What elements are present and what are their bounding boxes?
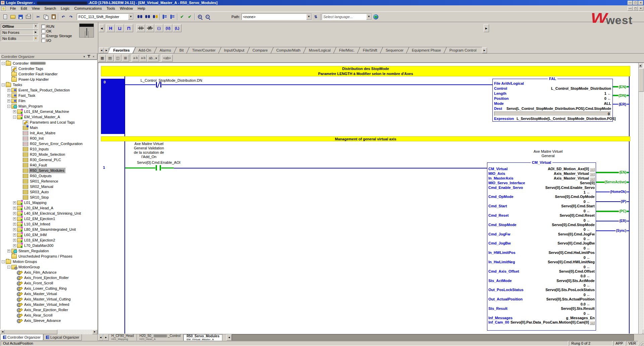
aoi-parameter-value[interactable]: 0.0 ← [487, 274, 596, 278]
tree-expander[interactable]: + [13, 207, 16, 210]
tree-item[interactable]: R60_Outputs [0, 173, 97, 179]
tree-item[interactable]: + L60_EM_IHM [0, 232, 97, 237]
verify-routine-button[interactable]: ✔ [186, 13, 194, 20]
menu-item[interactable]: Tools [104, 6, 117, 11]
child-restore-button[interactable]: □ [633, 6, 638, 11]
tree-expander[interactable]: + [13, 239, 16, 242]
ladder-horizontal-scrollbar[interactable] [232, 334, 634, 341]
tree-item[interactable]: Axis_Master_Virtual_Cutting [0, 296, 97, 302]
aoi-parameter-value[interactable]: 0.0 ← [487, 302, 596, 306]
toggle-operand-display-button[interactable]: <ab> [161, 55, 173, 62]
scrollbar-thumb[interactable] [5, 330, 57, 334]
print-button[interactable] [24, 13, 32, 20]
aoi-parameter-operand[interactable]: Servo[0].Cmd.JogBw [557, 241, 595, 246]
rung1-comment-band[interactable]: Management of general virtual axis [101, 136, 630, 141]
instruction-tab[interactable]: Move/Logical [303, 47, 336, 53]
organizer-pin-icon[interactable] [87, 55, 91, 59]
open-file-button[interactable] [9, 13, 17, 20]
combo-dropdown-icon[interactable]: ▼ [306, 14, 312, 20]
cut-button[interactable]: ✂ [34, 13, 42, 20]
aoi-parameter-operand[interactable]: Servo[0].Cmd.Offset [559, 269, 595, 274]
tree-item[interactable]: + L02_EM_Ejection1 [0, 216, 97, 221]
description-options-dropdown[interactable]: ab...▾ [147, 55, 159, 62]
browse-button[interactable]: ... [590, 168, 595, 171]
aoi-parameter-value[interactable]: 0 ← [487, 246, 596, 251]
controller-organizer-toggle-button[interactable] [161, 13, 169, 20]
menu-item[interactable]: File [8, 6, 18, 11]
aoi-parameter-operand[interactable]: Servo[0].Cmd.Reset [559, 213, 595, 218]
tree-item[interactable]: - Main_Program [0, 103, 97, 109]
tree-item[interactable]: R00_Init [0, 136, 97, 141]
aoi-parameter-value[interactable]: 1 ← [487, 190, 596, 195]
browse-button[interactable]: ... [590, 321, 595, 325]
restore-button[interactable]: □ [633, 1, 638, 5]
instruction-tab[interactable]: File/Shift [357, 47, 383, 53]
aoi-status-coil[interactable]: ServoActive [596, 177, 629, 187]
instruction-tab[interactable]: Input/Output [218, 47, 250, 53]
save-button[interactable] [17, 13, 24, 20]
aoi-status-coil[interactable]: Sync [596, 226, 629, 235]
aoi-parameter-value[interactable]: 0 ← [487, 218, 596, 223]
tree-item[interactable]: Unscheduled Programs / Phases [0, 254, 97, 259]
toggle-comment-display-button[interactable]: ▤ [106, 55, 114, 62]
toggle-description-b-button[interactable]: a-b [140, 55, 147, 62]
aoi-status-coil[interactable]: ER [596, 216, 629, 226]
mdi-scroll-right-button[interactable]: ► [103, 334, 109, 341]
rung1-xic-contact[interactable] [155, 165, 161, 170]
tree-item[interactable]: R40_Fault [0, 162, 97, 168]
otu-coil-button[interactable]: (U) [164, 24, 172, 32]
find-next-button[interactable] [144, 13, 151, 20]
tree-item[interactable]: Main [0, 125, 97, 130]
tree-item[interactable]: + L70_DataMan300 [0, 243, 97, 248]
combo-dropdown-icon[interactable]: ▼ [366, 14, 372, 20]
menu-item[interactable]: Communications [72, 6, 104, 11]
tree-item[interactable]: Init_Axe_Maitre [0, 130, 97, 136]
aoi-parameter-value[interactable]: 0 ← [487, 292, 596, 297]
rung0-xio-contact[interactable] [156, 82, 162, 87]
zoom-in-button[interactable]: + [196, 13, 204, 20]
menu-item[interactable]: Search [42, 6, 58, 11]
tree-item[interactable]: SR10_Stop [0, 195, 97, 200]
scroll-left-icon[interactable]: ◄ [0, 330, 5, 334]
scrollbar-thumb[interactable] [639, 68, 644, 92]
close-button[interactable]: × [638, 1, 643, 5]
tree-expander[interactable]: - [2, 260, 5, 263]
tree-expander[interactable]: + [13, 201, 16, 204]
language-combo[interactable]: Select language... ▼ [322, 13, 372, 20]
tree-item[interactable]: - Tasks [0, 82, 97, 87]
forces-box[interactable]: No Forces ▶ [1, 29, 38, 35]
tree-expander[interactable]: + [13, 212, 16, 215]
aoi-parameter-operand[interactable]: AOI_SD_Motion_Axe[0] [548, 167, 589, 171]
organizer-horizontal-scrollbar[interactable]: ◄ ► [0, 329, 97, 334]
ladder-canvas[interactable]: Distribution des StopMode Parametre LENG… [98, 63, 638, 334]
fal-instruction-block[interactable]: FAL File Arith/Logical ControlL_Control_… [492, 79, 613, 122]
tree-item[interactable]: Axis_Rear_Scroll [0, 313, 97, 318]
aoi-parameter-value[interactable]: 0 ← [487, 283, 596, 288]
aoi-status-coil[interactable]: EN [596, 167, 629, 177]
tree-item[interactable]: + Steam_Regulation [0, 248, 97, 254]
instruction-tab[interactable]: Favorites [108, 47, 136, 53]
toggle-tag-grid-button[interactable]: ▦ [99, 55, 106, 62]
routine-tab[interactable]: R50_Servo_Modules EM_Virtual_Master_A [183, 334, 222, 341]
tree-item[interactable]: Axis_Master_Virtual_Infeed [0, 302, 97, 307]
hscroll-left-icon[interactable]: ◄ [226, 334, 232, 341]
instruction-tab[interactable]: Equipment Phase [406, 47, 446, 53]
aoi-parameter-value[interactable]: 0 ← [487, 199, 596, 204]
element-toolbar-scroll-right-button[interactable]: ► [484, 24, 489, 32]
rung1-number[interactable]: 1 [103, 165, 105, 169]
child-close-button[interactable]: × [638, 6, 643, 11]
resize-grip[interactable] [639, 341, 643, 346]
tree-item[interactable]: Controller Fault Handler [0, 71, 97, 77]
tree-item[interactable]: Parameters and Local Tags [0, 120, 97, 125]
instruction-tab[interactable]: File/Misc. [333, 47, 360, 53]
xio-contact-button[interactable] [146, 24, 154, 32]
menu-item[interactable]: Logic [58, 6, 72, 11]
branch-level-button[interactable]: ⊓ [124, 24, 133, 32]
aoi-parameter-operand[interactable]: Servo[0].Sts.PosLockStatus [545, 288, 595, 292]
combo-dropdown-icon[interactable]: ▼ [128, 14, 133, 20]
aoi-block-comment[interactable]: Axe Maitre VirtuelGeneral [515, 149, 582, 158]
tree-expander[interactable]: - [2, 83, 5, 86]
rung1-contact-tag[interactable]: Servo[0].Cmd.Enable_AOI [127, 160, 191, 164]
tree-item[interactable]: + L20_EM_Head_A [0, 205, 97, 211]
fal-status-coil[interactable]: EN [613, 82, 629, 91]
